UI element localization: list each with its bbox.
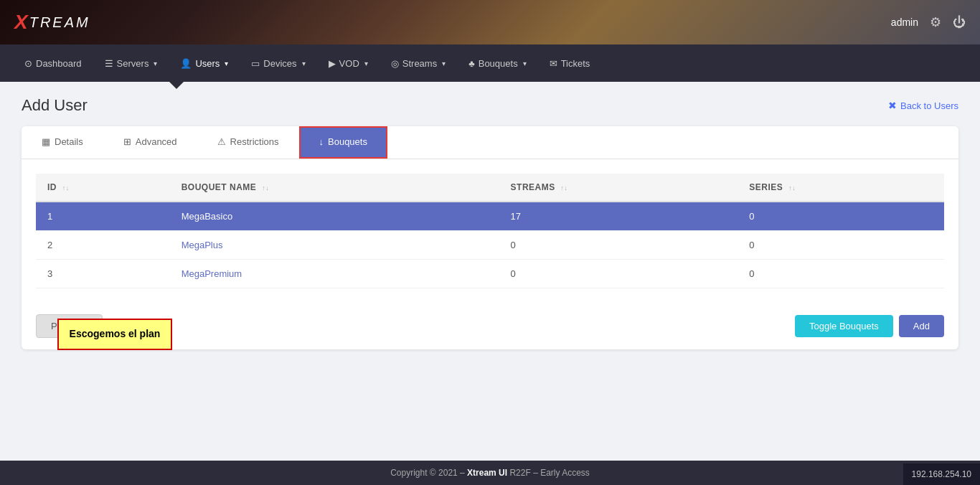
nav-item-users[interactable]: 👤 Users ▾ — [170, 54, 238, 73]
nav-label-dashboard: Dashboard — [36, 58, 82, 69]
users-icon: 👤 — [180, 58, 192, 69]
footer-version: R22F – Early Access — [509, 468, 589, 478]
nav-item-bouquets[interactable]: ♣ Bouquets ▾ — [458, 54, 536, 73]
cell-series: 0 — [738, 231, 944, 260]
cell-bouquet-name[interactable]: MegaBasico — [170, 202, 499, 231]
back-arrow-icon: ✖ — [888, 100, 897, 111]
table-container: ID ↑↓ BOUQUET NAME ↑↓ STREAMS ↑↓ SERIE — [22, 159, 958, 303]
tab-advanced[interactable]: ⊞ Advanced — [103, 126, 197, 159]
back-link-label: Back to Users — [900, 100, 958, 111]
col-series-sort-icon: ↑↓ — [788, 184, 796, 192]
col-id-sort-icon: ↑↓ — [62, 184, 70, 192]
col-id-label: ID — [47, 182, 57, 192]
footer-text: Copyright © 2021 – — [390, 468, 467, 478]
nav-label-tickets: Tickets — [561, 58, 590, 69]
servers-icon: ☰ — [105, 58, 113, 69]
add-button[interactable]: Add — [899, 315, 944, 337]
cell-id: 1 — [36, 202, 170, 231]
nav-label-devices: Devices — [263, 58, 296, 69]
cell-id: 2 — [36, 231, 170, 260]
tab-advanced-label: Advanced — [136, 136, 177, 147]
devices-chevron-icon: ▾ — [302, 60, 306, 67]
table-header-row: ID ↑↓ BOUQUET NAME ↑↓ STREAMS ↑↓ SERIE — [36, 174, 944, 202]
cell-series: 0 — [738, 260, 944, 288]
bouquets-table: ID ↑↓ BOUQUET NAME ↑↓ STREAMS ↑↓ SERIE — [36, 174, 944, 288]
bouquets-icon: ♣ — [468, 58, 475, 69]
logo-text: TREAM — [29, 14, 90, 31]
tab-details-label: Details — [55, 136, 83, 147]
table-row[interactable]: 3MegaPremium00 — [36, 260, 944, 288]
cell-streams: 17 — [499, 202, 738, 231]
col-header-streams[interactable]: STREAMS ↑↓ — [499, 174, 738, 202]
advanced-tab-icon: ⊞ — [123, 136, 131, 147]
cell-id: 3 — [36, 260, 170, 288]
top-header: X TREAM admin ⚙ ⏻ — [0, 0, 980, 44]
table-row[interactable]: 1MegaBasico170 — [36, 202, 944, 231]
nav-item-devices[interactable]: ▭ Devices ▾ — [241, 54, 315, 73]
nav-item-dashboard[interactable]: ⊙ Dashboard — [14, 54, 92, 73]
tab-restrictions-label: Restrictions — [230, 136, 279, 147]
dashboard-icon: ⊙ — [24, 58, 32, 69]
footer: Copyright © 2021 – Xtream UI R22F – Earl… — [0, 461, 980, 485]
tabs-bar: ▦ Details ⊞ Advanced ⚠ Restrictions ↓ Bo… — [22, 126, 958, 159]
nav-dropdown-arrow — [169, 82, 184, 89]
tickets-icon: ✉ — [550, 58, 557, 69]
nav-label-servers: Servers — [117, 58, 149, 69]
tab-bouquets[interactable]: ↓ Bouquets — [299, 126, 387, 159]
streams-chevron-icon: ▾ — [442, 60, 446, 67]
admin-label: admin — [891, 17, 918, 28]
tab-bouquets-label: Bouquets — [328, 136, 367, 147]
col-streams-sort-icon: ↑↓ — [561, 184, 568, 192]
streams-icon: ◎ — [391, 58, 399, 69]
col-header-series[interactable]: SERIES ↑↓ — [738, 174, 944, 202]
col-streams-label: STREAMS — [511, 182, 555, 192]
tab-restrictions[interactable]: ⚠ Restrictions — [197, 126, 299, 159]
nav-label-streams: Streams — [402, 58, 437, 69]
nav-label-vod: VOD — [339, 58, 359, 69]
footer-ip: 192.168.254.10 — [903, 463, 980, 485]
cell-bouquet-name[interactable]: MegaPlus — [170, 231, 499, 260]
cell-series: 0 — [738, 202, 944, 231]
vod-chevron-icon: ▾ — [364, 60, 368, 67]
annotation-box: Escogemos el plan — [57, 319, 172, 350]
power-icon[interactable]: ⏻ — [953, 15, 966, 30]
logo: X TREAM — [14, 12, 90, 32]
nav-label-users: Users — [195, 58, 220, 69]
nav-bar: ⊙ Dashboard ☰ Servers ▾ 👤 Users ▾ ▭ Devi… — [0, 44, 980, 82]
logo-x-icon: X — [14, 12, 28, 32]
col-series-label: SERIES — [749, 182, 783, 192]
users-chevron-icon: ▾ — [225, 60, 228, 67]
annotation-text: Escogemos el plan — [70, 328, 161, 339]
cell-bouquet-name[interactable]: MegaPremium — [170, 260, 499, 288]
table-row[interactable]: 2MegaPlus00 — [36, 231, 944, 260]
nav-label-bouquets: Bouquets — [479, 58, 518, 69]
right-action-buttons: Toggle Bouquets Add — [795, 315, 944, 337]
page-header: Add User ✖ Back to Users — [22, 96, 958, 115]
footer-brand: Xtream UI — [467, 468, 507, 478]
settings-icon[interactable]: ⚙ — [930, 14, 941, 30]
col-header-bouquet-name[interactable]: BOUQUET NAME ↑↓ — [170, 174, 499, 202]
page-content: Add User ✖ Back to Users ▦ Details ⊞ Adv… — [0, 82, 980, 484]
tab-details[interactable]: ▦ Details — [22, 126, 103, 159]
col-header-id[interactable]: ID ↑↓ — [36, 174, 170, 202]
servers-chevron-icon: ▾ — [154, 60, 157, 67]
col-bouquet-sort-icon: ↑↓ — [262, 184, 269, 192]
details-tab-icon: ▦ — [42, 136, 50, 147]
bouquets-chevron-icon: ▾ — [523, 60, 527, 67]
bouquets-tab-icon: ↓ — [319, 136, 324, 147]
nav-item-servers[interactable]: ☰ Servers ▾ — [95, 54, 168, 73]
cell-streams: 0 — [499, 260, 738, 288]
col-bouquet-name-label: BOUQUET NAME — [182, 182, 257, 192]
main-card: ▦ Details ⊞ Advanced ⚠ Restrictions ↓ Bo… — [22, 126, 958, 349]
page-title: Add User — [22, 96, 88, 115]
header-right: admin ⚙ ⏻ — [891, 14, 966, 30]
nav-item-streams[interactable]: ◎ Streams ▾ — [381, 54, 456, 73]
devices-icon: ▭ — [251, 58, 260, 69]
restrictions-tab-icon: ⚠ — [217, 136, 226, 147]
toggle-bouquets-button[interactable]: Toggle Bouquets — [795, 315, 893, 337]
back-to-users-link[interactable]: ✖ Back to Users — [888, 100, 958, 111]
cell-streams: 0 — [499, 231, 738, 260]
nav-item-tickets[interactable]: ✉ Tickets — [540, 54, 600, 73]
vod-icon: ▶ — [329, 58, 336, 69]
nav-item-vod[interactable]: ▶ VOD ▾ — [319, 54, 378, 73]
